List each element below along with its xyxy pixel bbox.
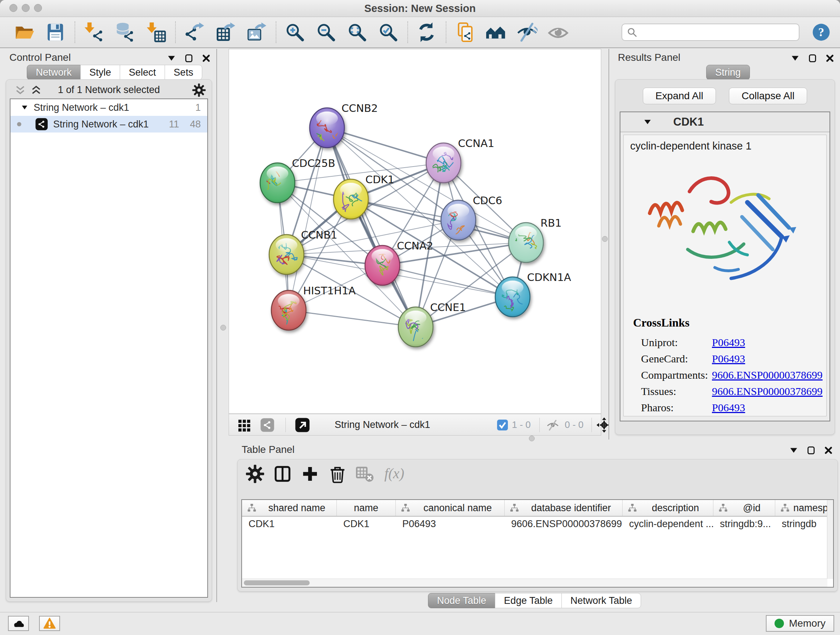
- crosslink-link[interactable]: P06493: [712, 353, 745, 365]
- column-header-namespace[interactable]: namespace: [775, 500, 829, 516]
- hide-selected-icon[interactable]: [516, 22, 538, 43]
- network-node-CCNE1[interactable]: [398, 307, 433, 347]
- hidden-items-icon[interactable]: [545, 419, 561, 431]
- detach-view-icon[interactable]: [295, 417, 310, 432]
- table-options-gear-icon[interactable]: [246, 464, 264, 483]
- collapse-all-button[interactable]: Collapse All: [729, 88, 807, 104]
- network-node-CDKN1A[interactable]: [495, 277, 531, 317]
- delete-column-icon[interactable]: [328, 464, 347, 483]
- network-node-HIST1H1A[interactable]: [271, 290, 306, 330]
- column-header-description[interactable]: description: [622, 500, 714, 516]
- tab-sets[interactable]: Sets: [164, 65, 202, 80]
- import-network-from-file-icon[interactable]: [83, 22, 104, 43]
- network-edge[interactable]: [289, 310, 416, 327]
- column-header-database-identifier[interactable]: database identifier: [505, 500, 622, 516]
- float-panel-icon[interactable]: [806, 445, 816, 455]
- network-node-CCNB2[interactable]: [306, 108, 346, 148]
- tab-network-table[interactable]: Network Table: [561, 593, 641, 608]
- add-column-icon[interactable]: [301, 464, 319, 483]
- memory-status-dot: [775, 619, 784, 628]
- close-panel-icon[interactable]: [825, 53, 835, 63]
- crosslink-link[interactable]: 9606.ENSP00000378699: [712, 369, 823, 381]
- tab-select[interactable]: Select: [120, 65, 165, 80]
- left-splitter-handle[interactable]: [220, 325, 226, 331]
- export-image-icon[interactable]: [246, 22, 267, 43]
- network-options-gear-icon[interactable]: [192, 83, 206, 97]
- table-row[interactable]: CDK1CDK1P064939606.ENSP00000378699cyclin…: [242, 516, 833, 531]
- first-neighbors-icon[interactable]: [485, 22, 507, 43]
- zoom-out-icon[interactable]: [316, 22, 336, 43]
- bottom-splitter-handle[interactable]: [529, 435, 535, 441]
- delete-table-icon[interactable]: [355, 464, 374, 483]
- help-icon[interactable]: ?: [812, 23, 831, 42]
- node-label-CCNB1: CCNB1: [301, 229, 338, 241]
- table-cell[interactable]: CDK1: [242, 516, 337, 531]
- tab-network[interactable]: Network: [27, 65, 81, 80]
- import-network-from-database-icon[interactable]: [114, 22, 135, 43]
- new-network-from-selection-icon[interactable]: [454, 22, 475, 43]
- table-vertical-scrollbar[interactable]: [827, 500, 833, 579]
- cloud-status-button[interactable]: [8, 616, 29, 631]
- network-edge[interactable]: [327, 128, 444, 163]
- expand-all-button[interactable]: Expand All: [643, 88, 716, 104]
- search-input[interactable]: [638, 27, 795, 38]
- collection-expand-icon[interactable]: [21, 103, 28, 111]
- gene-entry-header[interactable]: CDK1: [621, 112, 829, 132]
- column-header-canonical-name[interactable]: canonical name: [396, 500, 505, 516]
- float-panel-icon[interactable]: [184, 53, 194, 63]
- panel-menu-icon[interactable]: [789, 445, 799, 455]
- apply-layout-icon[interactable]: [416, 22, 437, 43]
- crosslink-link[interactable]: P06493: [712, 402, 745, 414]
- show-all-icon[interactable]: [548, 22, 569, 43]
- table-cell[interactable]: cyclin-dependent ...: [622, 516, 714, 531]
- tab-style[interactable]: Style: [80, 65, 120, 80]
- save-session-icon[interactable]: [45, 22, 66, 43]
- column-header-shared-name[interactable]: shared name: [242, 500, 337, 516]
- zoom-fit-icon[interactable]: [347, 22, 368, 43]
- table-cell[interactable]: stringdb: [775, 516, 829, 531]
- crosslink-link[interactable]: P06493: [712, 336, 745, 348]
- tab-node-table[interactable]: Node Table: [428, 593, 495, 608]
- panel-menu-icon[interactable]: [790, 53, 800, 63]
- network-node-CCNA2[interactable]: [365, 245, 400, 285]
- node-label-HIST1H1A: HIST1H1A: [303, 285, 355, 297]
- table-horizontal-scrollbar[interactable]: [242, 578, 827, 587]
- crosslink-link[interactable]: 9606.ENSP00000378699: [712, 385, 823, 397]
- scrollbar-thumb[interactable]: [244, 580, 309, 585]
- network-node-CCNA1[interactable]: [426, 143, 461, 183]
- right-splitter-handle[interactable]: [602, 236, 608, 242]
- zoom-selected-icon[interactable]: [378, 22, 399, 43]
- selected-items-checkbox-icon[interactable]: [497, 419, 508, 431]
- table-cell[interactable]: CDK1: [337, 516, 396, 531]
- entry-collapse-icon[interactable]: [643, 117, 652, 127]
- network-row-selected[interactable]: String Network – cdk1 11 48: [11, 116, 207, 133]
- tab-string[interactable]: String: [706, 65, 750, 80]
- show-columns-icon[interactable]: [273, 464, 292, 483]
- float-panel-icon[interactable]: [807, 53, 818, 63]
- zoom-in-icon[interactable]: [284, 22, 305, 43]
- column-header-name[interactable]: name: [337, 500, 396, 516]
- network-node-CDC25B[interactable]: [258, 157, 295, 203]
- show-grid-icon[interactable]: [237, 418, 251, 432]
- table-cell[interactable]: P06493: [396, 516, 505, 531]
- close-panel-icon[interactable]: [823, 445, 834, 455]
- table-cell[interactable]: 9606.ENSP00000378699: [505, 516, 622, 531]
- import-table-from-file-icon[interactable]: [145, 22, 166, 43]
- network-edge[interactable]: [327, 128, 416, 327]
- network-canvas[interactable]: CCNB2CCNA1CDC25BCDK1CDC6RB1CCNB1CCNA2CDK…: [229, 49, 601, 414]
- open-session-icon[interactable]: [14, 22, 35, 43]
- column-header--id[interactable]: @id: [714, 500, 775, 516]
- function-builder-icon[interactable]: f(x): [383, 464, 414, 483]
- memory-button[interactable]: Memory: [766, 615, 834, 632]
- warnings-button[interactable]: [39, 616, 60, 631]
- network-edge[interactable]: [289, 128, 327, 310]
- network-overview-icon[interactable]: [260, 418, 275, 432]
- panel-menu-icon[interactable]: [166, 53, 177, 63]
- network-node-CCNB1[interactable]: [269, 234, 304, 274]
- close-panel-icon[interactable]: [201, 53, 211, 63]
- export-network-icon[interactable]: [184, 22, 205, 43]
- export-table-icon[interactable]: [215, 22, 236, 43]
- network-collection-row[interactable]: String Network – cdk1 1: [11, 99, 207, 116]
- table-cell[interactable]: stringdb:9...: [714, 516, 775, 531]
- tab-edge-table[interactable]: Edge Table: [495, 593, 562, 608]
